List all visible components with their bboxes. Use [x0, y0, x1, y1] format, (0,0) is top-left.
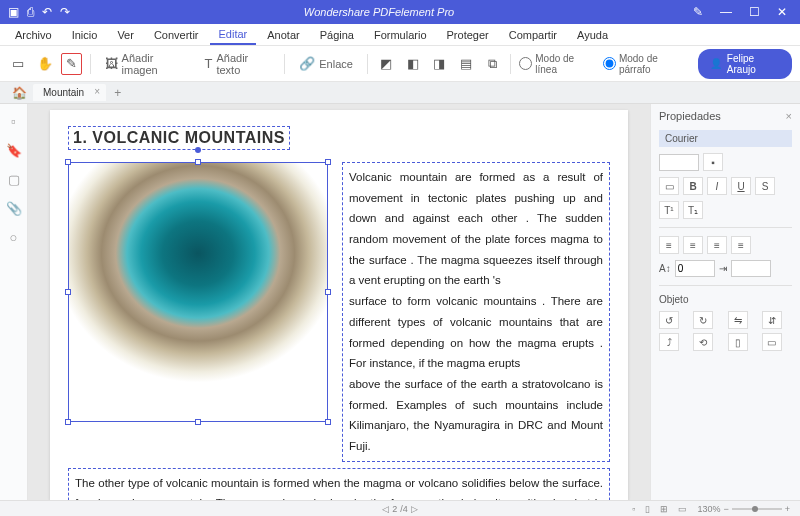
home-tab-icon[interactable]: 🏠 [6, 86, 33, 100]
attachments-icon[interactable]: 📎 [6, 201, 22, 216]
select-tool-icon[interactable]: ▭ [8, 53, 29, 75]
maximize-icon[interactable]: ☐ [744, 5, 764, 19]
link-button[interactable]: 🔗Enlace [293, 56, 359, 71]
volcanic-crater-image [69, 163, 327, 421]
extract-button[interactable]: ⤴ [659, 333, 679, 351]
text-icon: T [204, 56, 212, 71]
print-icon[interactable]: ⎙ [27, 5, 34, 19]
bates-icon[interactable]: ⧉ [482, 53, 503, 75]
superscript-button[interactable]: T¹ [659, 201, 679, 219]
bookmarks-icon[interactable]: 🔖 [6, 143, 22, 158]
user-account-button[interactable]: 👤Felipe Araujo [698, 49, 792, 79]
menu-anotar[interactable]: Anotar [258, 26, 308, 44]
border-button[interactable]: ▭ [659, 177, 679, 195]
menu-ayuda[interactable]: Ayuda [568, 26, 617, 44]
document-tabs: 🏠 Mountain× + [0, 82, 800, 104]
page-current[interactable]: 2 [392, 504, 397, 514]
underline-button[interactable]: U [731, 177, 751, 195]
mode-paragraph-radio[interactable]: Modo de párrafo [603, 53, 686, 75]
close-tab-icon[interactable]: × [94, 86, 100, 97]
rotate-handle[interactable] [195, 147, 201, 153]
view-single-icon[interactable]: ▫ [632, 504, 635, 514]
strike-button[interactable]: S [755, 177, 775, 195]
align-justify-button[interactable]: ≡ [731, 236, 751, 254]
align-left-button[interactable]: ≡ [659, 236, 679, 254]
menu-bar: Archivo Inicio Ver Convertir Editar Anot… [0, 24, 800, 46]
font-color-button[interactable]: ▪ [703, 153, 723, 171]
close-panel-icon[interactable]: × [786, 110, 792, 122]
line-spacing-input[interactable] [675, 260, 715, 277]
font-family-select[interactable]: Courier [659, 130, 792, 147]
edit-object-tool-icon[interactable]: ✎ [61, 53, 82, 75]
align-center-button[interactable]: ≡ [683, 236, 703, 254]
menu-formulario[interactable]: Formulario [365, 26, 436, 44]
doc-heading[interactable]: 1. VOLCANIC MOUNTAINS [68, 126, 290, 150]
indent-input[interactable] [731, 260, 771, 277]
resize-handle-mr[interactable] [325, 289, 331, 295]
flip-v-button[interactable]: ⇵ [762, 311, 782, 329]
notify-icon[interactable]: ✎ [688, 5, 708, 19]
menu-inicio[interactable]: Inicio [63, 26, 107, 44]
next-page-icon[interactable]: ▷ [411, 504, 418, 514]
font-size-input[interactable] [659, 154, 699, 171]
user-icon: 👤 [710, 58, 722, 69]
thumbnails-icon[interactable]: ▫ [11, 114, 16, 129]
header-footer-icon[interactable]: ▤ [455, 53, 476, 75]
menu-editar[interactable]: Editar [210, 25, 257, 45]
resize-handle-bl[interactable] [65, 419, 71, 425]
align-obj-button[interactable]: ▯ [728, 333, 748, 351]
add-image-button[interactable]: 🖼Añadir imagen [99, 52, 193, 76]
view-grid-icon[interactable]: ⊞ [660, 504, 668, 514]
hand-tool-icon[interactable]: ✋ [35, 53, 56, 75]
new-tab-icon[interactable]: + [106, 86, 129, 100]
app-title: Wondershare PDFelement Pro [78, 6, 680, 18]
comments-icon[interactable]: ○ [10, 230, 18, 245]
distribute-button[interactable]: ▭ [762, 333, 782, 351]
prev-page-icon[interactable]: ◁ [382, 504, 389, 514]
rotate-right-button[interactable]: ↻ [693, 311, 713, 329]
menu-convertir[interactable]: Convertir [145, 26, 208, 44]
rotate-left-button[interactable]: ↺ [659, 311, 679, 329]
view-continuous-icon[interactable]: ▯ [645, 504, 650, 514]
zoom-slider[interactable] [732, 508, 782, 510]
menu-archivo[interactable]: Archivo [6, 26, 61, 44]
replace-button[interactable]: ⟲ [693, 333, 713, 351]
menu-pagina[interactable]: Página [311, 26, 363, 44]
text-block-bottom[interactable]: The other type of volcanic mountain is f… [68, 468, 610, 500]
undo-icon[interactable]: ↶ [42, 5, 52, 19]
resize-handle-tm[interactable] [195, 159, 201, 165]
watermark-icon[interactable]: ◧ [402, 53, 423, 75]
flip-h-button[interactable]: ⇋ [728, 311, 748, 329]
menu-ver[interactable]: Ver [108, 26, 143, 44]
search-panel-icon[interactable]: ▢ [8, 172, 20, 187]
pdf-page: 1. VOLCANIC MOUNTAINS Volcanic mountain … [50, 110, 628, 500]
properties-title: Propiedades [659, 110, 721, 122]
view-facing-icon[interactable]: ▭ [678, 504, 687, 514]
document-canvas[interactable]: 1. VOLCANIC MOUNTAINS Volcanic mountain … [28, 104, 650, 500]
mode-line-radio[interactable]: Modo de línea [519, 53, 593, 75]
crop-icon[interactable]: ◩ [376, 53, 397, 75]
resize-handle-bm[interactable] [195, 419, 201, 425]
selected-image[interactable] [68, 162, 328, 422]
resize-handle-tl[interactable] [65, 159, 71, 165]
resize-handle-tr[interactable] [325, 159, 331, 165]
minimize-icon[interactable]: — [716, 5, 736, 19]
resize-handle-ml[interactable] [65, 289, 71, 295]
page-total: /4 [400, 504, 408, 514]
zoom-in-icon[interactable]: + [785, 504, 790, 514]
background-icon[interactable]: ◨ [429, 53, 450, 75]
redo-icon[interactable]: ↷ [60, 5, 70, 19]
menu-proteger[interactable]: Proteger [438, 26, 498, 44]
zoom-out-icon[interactable]: − [723, 504, 728, 514]
add-text-button[interactable]: TAñadir texto [198, 52, 276, 76]
bold-button[interactable]: B [683, 177, 703, 195]
resize-handle-br[interactable] [325, 419, 331, 425]
close-window-icon[interactable]: ✕ [772, 5, 792, 19]
text-block-right[interactable]: Volcanic mountain are formed as a result… [342, 162, 610, 462]
tab-mountain[interactable]: Mountain× [33, 84, 106, 101]
align-right-button[interactable]: ≡ [707, 236, 727, 254]
menu-compartir[interactable]: Compartir [500, 26, 566, 44]
subscript-button[interactable]: T₁ [683, 201, 703, 219]
italic-button[interactable]: I [707, 177, 727, 195]
title-bar: ▣ ⎙ ↶ ↷ Wondershare PDFelement Pro ✎ — ☐… [0, 0, 800, 24]
